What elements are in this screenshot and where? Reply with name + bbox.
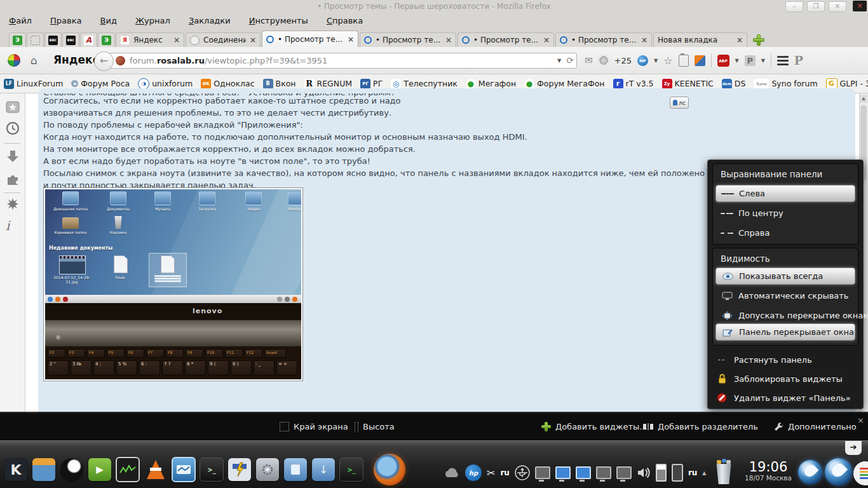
always-visible-option[interactable]: Показывать всегда [715,268,855,285]
auto-hide-option[interactable]: Автоматически скрывать [715,287,855,304]
panelbar-close-icon[interactable]: × [857,416,864,425]
system-monitor-launcher[interactable] [116,458,140,482]
network-device-active-icon[interactable] [555,466,571,479]
browser-dark-launcher[interactable] [60,458,84,482]
minimize-button[interactable]: – [785,1,803,12]
yandex-toolbar-logo[interactable]: Яндекс [53,53,99,66]
adblock-icon[interactable]: ABP [717,55,729,67]
tab-close-icon[interactable]: × [445,36,452,44]
bookmark-odnoklassniki[interactable]: окОдноклас [201,79,254,89]
add-spacer-button[interactable]: Добавить разделитель [643,413,758,440]
reload-icon[interactable]: ⟳ [566,55,574,65]
tab-topic-3[interactable]: • Просмотр те... × [458,32,554,47]
addons-puzzle-icon[interactable] [6,172,20,186]
menu-bookmarks[interactable]: Закладки [189,13,231,29]
terminal-launcher[interactable]: >_ [200,458,224,482]
url-bar[interactable]: forum.rosalab.ru/viewtopic.php?f=39&t=39… [104,53,577,69]
info-icon[interactable]: i [6,218,10,233]
bookmark-megafon-forum[interactable]: ●Форум МегаФон [524,79,604,89]
tray-layout-indicator[interactable]: ru [688,468,697,477]
clock-widget[interactable]: 19:06 18/07 Москва [741,460,796,482]
network-device-icon[interactable] [535,466,550,479]
rosa-widget-icon[interactable] [798,460,822,484]
network-device-icon[interactable] [616,466,632,479]
tab-connection[interactable]: Соединение... × [186,32,261,47]
tab-close-icon[interactable]: × [543,36,550,44]
scrollbar-up-icon[interactable]: ▲ [860,95,867,103]
network-device-active-icon[interactable] [576,466,591,479]
bookmark-ds[interactable]: dsmDS [722,79,746,89]
adblock-dropdown-icon[interactable]: ▼ [735,58,739,64]
downloads-icon[interactable] [6,149,20,163]
hp-icon[interactable]: hp [465,464,482,481]
bookmark-vkontakte[interactable]: ВВкон [263,79,296,89]
terminal2-launcher[interactable]: >_ [339,458,363,482]
window-titlebar[interactable]: • Просмотр темы - Первые шероховатости -… [0,0,868,13]
documents-folder-launcher[interactable] [283,458,308,482]
bookmark-unixforum[interactable]: ◑unixforum [138,78,193,90]
monitor-app-launcher[interactable] [172,458,196,482]
weather-addon-icon[interactable]: MP [637,55,648,66]
firefox-active-task[interactable] [374,454,405,485]
history-clock-icon[interactable] [6,121,20,135]
pinned-tab-2[interactable] [27,32,44,47]
temperature-label[interactable]: +25 [614,56,632,65]
bookmark-megafon[interactable]: ●Мегафон [466,79,516,89]
bookmark-syno[interactable]: SynoSyno forum [754,79,817,89]
pinned-tab-5[interactable]: А [80,32,97,47]
widget-layers-icon[interactable] [853,461,868,485]
bookmark-telesputnik[interactable]: ◎Телеспутник [391,79,458,89]
bookmark-keenetic[interactable]: ZyKEENETIC [662,79,714,89]
scissors-icon[interactable]: ✂ [487,467,495,479]
stretch-panel-action[interactable]: -- Растянуть панель [712,351,859,369]
bookmark-regnum[interactable]: RREGNUM [304,79,353,89]
rosa-widget-icon-large[interactable] [825,458,852,485]
tab-close-icon[interactable]: × [736,36,743,44]
new-tab-button[interactable] [751,33,766,47]
align-left-option[interactable]: Слева [715,185,855,202]
keyboard-layout-indicator[interactable]: ru [500,468,509,477]
addon-color-icon[interactable] [695,55,705,66]
tab-yandex[interactable]: Я Яндекс × [116,32,184,47]
usb-icon[interactable] [515,465,530,480]
back-button[interactable]: ← [94,51,114,71]
windows-can-cover-option[interactable]: Допускать перекрытие окнами [715,307,855,324]
settings-burst-icon[interactable] [6,198,20,212]
panel-covers-windows-option[interactable]: Панель перекрывает окна [715,323,855,341]
tab-close-icon[interactable]: × [250,36,256,44]
tab-topic-2[interactable]: • Просмотр те... × [360,32,456,47]
putty-launcher[interactable] [227,458,252,482]
menu-hamburger-icon[interactable] [777,56,789,65]
vlc-launcher[interactable] [144,458,168,482]
tab-topic-4[interactable]: • Просмотр те... × [555,32,652,47]
weather-dropdown-icon[interactable]: ▼ [654,58,658,64]
tab-close-icon[interactable]: × [173,36,180,44]
firefox-globe-icon[interactable] [8,54,20,67]
tab-close-icon[interactable]: × [348,35,354,44]
volume-icon[interactable] [637,467,651,478]
close-button[interactable]: × [829,1,846,12]
clipboard-icon[interactable] [679,55,689,67]
tab-new[interactable]: Новая вкладка × [653,32,747,47]
bookmark-linuxforum[interactable]: LFLinuxForum [4,79,63,89]
align-center-option[interactable]: По центру [715,205,855,222]
phone-icon[interactable] [672,464,683,482]
menu-history[interactable]: Журнал [135,13,170,29]
bookmark-rosa-forum[interactable]: оФорум Роса [71,79,130,88]
bookmarks-panel-icon[interactable] [6,101,20,114]
file-manager-launcher[interactable] [32,458,56,482]
p-logo-icon[interactable]: P [794,53,803,67]
remove-panel-action[interactable]: Удалить виджет «Панель» [712,389,859,407]
downloads-folder-launcher[interactable]: ↓ [311,458,336,482]
pinned-tab-1[interactable]: Э [9,32,26,47]
pinned-tab-3[interactable]: BBC [44,32,62,47]
pinned-tab-6[interactable]: Э [98,32,115,47]
post-attachment-photo[interactable]: Домашняя папка Документы Музыка Загрузка… [43,187,303,381]
private-message-button[interactable]: лс [670,97,689,109]
settings-launcher[interactable] [255,458,280,482]
addon-p-dropdown-icon[interactable]: ▼ [761,58,765,64]
pinned-tab-4[interactable]: BBC [62,32,79,47]
menu-tools[interactable]: Инструменты [249,13,308,29]
menu-file[interactable]: Файл [9,13,32,29]
bookmark-rg[interactable]: РГРГ [360,79,383,89]
